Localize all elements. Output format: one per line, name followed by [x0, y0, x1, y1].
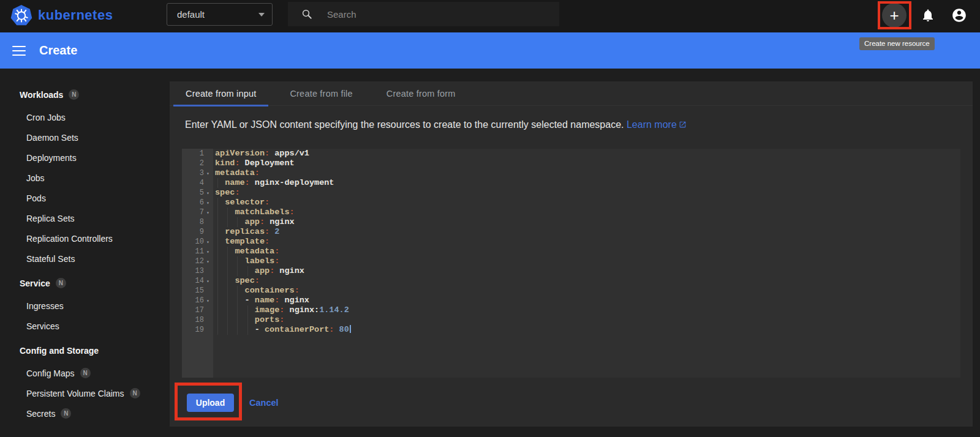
- code-line-10[interactable]: template:: [215, 237, 960, 247]
- sidebar-header-config-and-storage[interactable]: Config and Storage: [0, 342, 170, 359]
- sidebar-item-replication-controllers[interactable]: Replication Controllers: [0, 228, 170, 248]
- sidebar-item-replica-sets[interactable]: Replica Sets: [0, 208, 170, 228]
- code-line-6[interactable]: selector:: [215, 198, 960, 207]
- content-card: Create from inputCreate from fileCreate …: [170, 81, 973, 427]
- fold-arrow-icon[interactable]: ▾: [204, 278, 212, 284]
- namespace-selector[interactable]: default: [167, 3, 273, 26]
- sidebar-item-deployments[interactable]: Deployments: [0, 148, 170, 168]
- fold-arrow-icon[interactable]: ▾: [204, 298, 212, 304]
- external-link-icon: [679, 121, 687, 129]
- sidebar-item-cron-jobs[interactable]: Cron Jobs: [0, 107, 170, 127]
- fold-arrow-icon[interactable]: ▾: [204, 210, 212, 215]
- namespaced-badge: N: [56, 278, 66, 288]
- page-title: Create: [39, 43, 77, 58]
- code-line-17[interactable]: image: nginx:1.14.2: [215, 305, 960, 315]
- namespaced-badge: N: [130, 388, 140, 398]
- editor-code-area[interactable]: apiVersion: apps/v1kind: Deploymentmetad…: [213, 149, 960, 378]
- editor-gutter: 123▾45▾6▾7▾8910▾11▾12▾1314▾1516▾171819: [182, 149, 213, 378]
- code-line-7[interactable]: matchLabels:: [215, 207, 960, 217]
- code-line-1[interactable]: apiVersion: apps/v1: [215, 149, 960, 159]
- search-bar[interactable]: [288, 2, 559, 26]
- gutter-line-14: 14▾: [182, 276, 212, 286]
- fold-arrow-icon[interactable]: ▾: [204, 200, 212, 206]
- tab-bar: Create from inputCreate from fileCreate …: [170, 81, 973, 106]
- kubernetes-dashboard: kubernetes default + Create Create new r…: [0, 0, 980, 437]
- code-line-13[interactable]: app: nginx: [215, 266, 960, 276]
- code-line-16[interactable]: - name: nginx: [215, 296, 960, 305]
- sidebar-item-pods[interactable]: Pods: [0, 188, 170, 208]
- chevron-down-icon: [258, 13, 265, 17]
- gutter-line-5: 5▾: [182, 188, 212, 198]
- sidebar-section-config-and-storage: Config and StorageConfig MapsNPersistent…: [0, 342, 170, 424]
- notifications-bell-icon[interactable]: [921, 8, 935, 23]
- code-line-8[interactable]: app: nginx: [215, 217, 960, 227]
- upload-button[interactable]: Upload: [187, 394, 234, 412]
- annotation-box-plus: [878, 1, 911, 29]
- tooltip-create-new-resource: Create new resource: [859, 37, 935, 50]
- brand-title: kubernetes: [38, 7, 113, 23]
- yaml-editor[interactable]: 123▾45▾6▾7▾8910▾11▾12▾1314▾1516▾171819 a…: [182, 149, 960, 378]
- gutter-line-6: 6▾: [182, 198, 212, 207]
- code-line-19[interactable]: - containerPort: 80: [215, 325, 960, 335]
- namespace-value: default: [177, 9, 258, 20]
- sidebar-item-stateful-sets[interactable]: Stateful Sets: [0, 248, 170, 269]
- code-line-2[interactable]: kind: Deployment: [215, 159, 960, 168]
- gutter-line-17: 17: [182, 305, 212, 315]
- code-line-5[interactable]: spec:: [215, 188, 960, 198]
- tab-create-from-input[interactable]: Create from input: [173, 81, 268, 106]
- fold-arrow-icon[interactable]: ▾: [204, 239, 212, 245]
- sidebar-item-ingresses[interactable]: Ingresses: [0, 296, 170, 316]
- gutter-line-2: 2: [182, 159, 212, 168]
- instruction-body: Enter YAML or JSON content specifying th…: [185, 119, 624, 130]
- sidebar-item-persistent-volume-claims[interactable]: Persistent Volume ClaimsN: [0, 383, 170, 403]
- fold-arrow-icon[interactable]: ▾: [204, 190, 212, 196]
- tab-create-from-file[interactable]: Create from file: [277, 81, 364, 106]
- kubernetes-logo-icon: [10, 4, 33, 28]
- code-line-18[interactable]: ports:: [215, 315, 960, 325]
- sidebar-section-service: ServiceNIngressesServices: [0, 275, 170, 336]
- namespaced-badge: N: [80, 368, 91, 378]
- sidebar: WorkloadsNCron JobsDaemon SetsDeployment…: [0, 69, 170, 437]
- gutter-line-13: 13: [182, 266, 212, 276]
- sidebar-header-workloads[interactable]: WorkloadsN: [0, 86, 170, 103]
- learn-more-link[interactable]: Learn more: [627, 119, 687, 130]
- gutter-line-4: 4: [182, 178, 212, 188]
- code-line-12[interactable]: labels:: [215, 256, 960, 266]
- code-line-3[interactable]: metadata:: [215, 168, 960, 178]
- gutter-line-15: 15: [182, 286, 212, 296]
- instruction-text: Enter YAML or JSON content specifying th…: [185, 119, 687, 130]
- sidebar-item-daemon-sets[interactable]: Daemon Sets: [0, 127, 170, 148]
- sidebar-item-services[interactable]: Services: [0, 316, 170, 336]
- fold-arrow-icon[interactable]: ▾: [204, 171, 212, 176]
- account-circle-icon[interactable]: [951, 7, 967, 23]
- code-line-15[interactable]: containers:: [215, 286, 960, 296]
- gutter-line-8: 8: [182, 217, 212, 227]
- namespaced-badge: N: [69, 89, 79, 100]
- fold-arrow-icon[interactable]: ▾: [204, 249, 212, 255]
- sidebar-item-secrets[interactable]: SecretsN: [0, 403, 170, 424]
- menu-hamburger-icon[interactable]: [12, 46, 26, 56]
- app-bar: Create: [0, 32, 980, 69]
- gutter-line-3: 3▾: [182, 168, 212, 178]
- code-line-9[interactable]: replicas: 2: [215, 227, 960, 237]
- gutter-line-16: 16▾: [182, 296, 212, 305]
- search-icon: [301, 9, 312, 20]
- tab-create-from-form[interactable]: Create from form: [374, 81, 468, 106]
- sidebar-item-config-maps[interactable]: Config MapsN: [0, 363, 170, 383]
- sidebar-item-jobs[interactable]: Jobs: [0, 168, 170, 188]
- sidebar-header-service[interactable]: ServiceN: [0, 275, 170, 291]
- gutter-line-10: 10▾: [182, 237, 212, 247]
- search-input[interactable]: [327, 9, 523, 20]
- topbar: kubernetes default +: [0, 0, 980, 32]
- gutter-line-11: 11▾: [182, 247, 212, 256]
- cancel-button[interactable]: Cancel: [244, 394, 284, 412]
- fold-arrow-icon[interactable]: ▾: [204, 259, 212, 264]
- gutter-line-18: 18: [182, 315, 212, 325]
- gutter-line-19: 19: [182, 325, 212, 335]
- text-cursor: [350, 325, 351, 333]
- namespaced-badge: N: [61, 408, 71, 419]
- code-line-14[interactable]: spec:: [215, 276, 960, 286]
- code-line-11[interactable]: metadata:: [215, 247, 960, 256]
- gutter-line-12: 12▾: [182, 256, 212, 266]
- code-line-4[interactable]: name: nginx-deployment: [215, 178, 960, 188]
